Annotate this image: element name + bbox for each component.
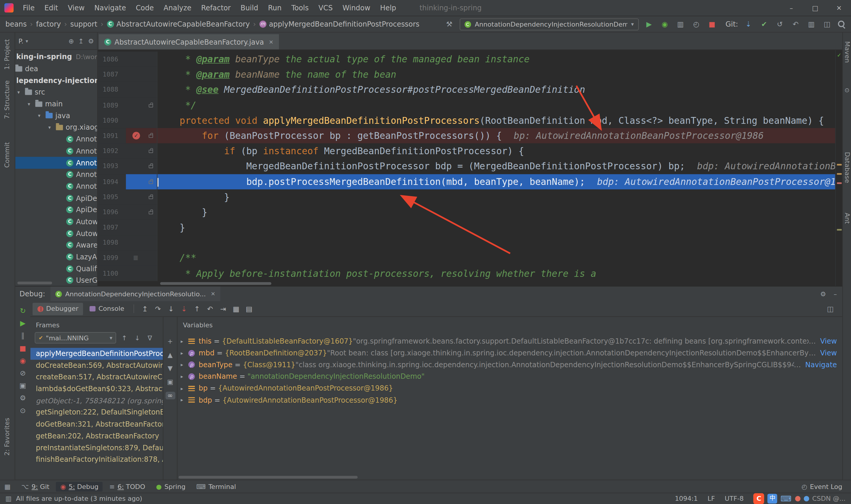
step-out-icon[interactable]: ↑ xyxy=(191,305,204,313)
code-text[interactable]: * Apply before-instantiation post-proces… xyxy=(158,266,835,281)
gutter-icon-area[interactable] xyxy=(126,82,158,97)
previous-frame-icon[interactable]: ↑ xyxy=(122,334,127,342)
expand-icon[interactable]: ▲ xyxy=(165,351,175,359)
stack-frame[interactable]: getSingleton:222, DefaultSingletonBeanRe… xyxy=(31,407,163,418)
menu-refactor[interactable]: Refactor xyxy=(196,0,236,16)
show-execution-point-icon[interactable]: ↥ xyxy=(138,305,151,313)
line-number[interactable]: 1087 xyxy=(98,67,126,82)
editor-scrollbar[interactable] xyxy=(160,282,272,285)
gutter-icon-area[interactable] xyxy=(126,67,158,82)
gutter-icon-area[interactable] xyxy=(126,220,158,235)
view-breakpoints-icon[interactable]: ◉ xyxy=(17,357,29,365)
tree-item[interactable]: CAutowir xyxy=(15,228,97,239)
chevron-down-icon[interactable]: ▾ xyxy=(28,101,35,107)
gutter-icon-area[interactable] xyxy=(126,235,158,251)
chevron-down-icon[interactable]: ▾ xyxy=(48,125,56,130)
tree-item[interactable]: CApiDepe xyxy=(15,192,97,204)
tree-item[interactable]: CAutowir xyxy=(15,216,97,228)
tree-item[interactable]: ▾org.xiaoge.th xyxy=(15,122,97,133)
chevron-right-icon[interactable]: ▸ xyxy=(181,385,188,391)
toolwindow-toggle[interactable]: ▦ xyxy=(4,483,11,490)
stack-frame[interactable]: finishBeanFactoryInitialization:878, Abs… xyxy=(31,454,163,466)
line-number[interactable]: 1100 xyxy=(98,266,126,281)
thread-select[interactable]: ✔ "mai...NNING ▾ xyxy=(35,332,116,344)
variable-view-link[interactable]: View xyxy=(820,337,837,345)
chevron-right-icon[interactable]: ▸ xyxy=(181,362,188,367)
chevron-right-icon[interactable]: ▸ xyxy=(181,350,188,356)
variable-row[interactable]: ▸pbeanName = "annotationDependencyInject… xyxy=(178,371,843,382)
maximize-button[interactable]: □ xyxy=(803,0,827,16)
code-text[interactable]: * @param beanName the name of the bean xyxy=(158,67,835,82)
thread-dump-icon[interactable]: ▣ xyxy=(17,381,29,390)
tree-item[interactable]: CAnnotati xyxy=(15,133,97,145)
variable-row[interactable]: ▸pbeanType = {Class@1911} "class org.xia… xyxy=(178,359,843,371)
drop-frame-icon[interactable]: ↶ xyxy=(204,305,217,313)
gutter-icon-area[interactable] xyxy=(126,159,158,174)
gutter-icon-area[interactable] xyxy=(126,97,158,113)
window-toggle-icon[interactable]: ▦ xyxy=(4,483,11,490)
chevron-down-icon[interactable]: ▾ xyxy=(17,90,25,95)
stack-frame[interactable]: doGetBean:321, AbstractBeanFactory xyxy=(31,418,163,430)
tree-item[interactable]: CAwareInt xyxy=(15,239,97,251)
status-widget-icon[interactable]: ▥ xyxy=(5,495,12,503)
line-number[interactable]: 1092 xyxy=(98,143,126,159)
variable-view-link[interactable]: View xyxy=(820,349,837,357)
error-stripe[interactable]: ✓ xyxy=(835,50,843,286)
breakpoint-icon[interactable] xyxy=(132,132,140,140)
tool-window-button-ant[interactable]: Ant xyxy=(843,213,851,224)
gutter-icon-area[interactable] xyxy=(126,189,158,204)
variable-row[interactable]: ▸pmbd = {RootBeanDefinition@2037} "Root … xyxy=(178,347,843,359)
menu-analyze[interactable]: Analyze xyxy=(159,0,196,16)
gutter-icon-area[interactable] xyxy=(126,143,158,159)
close-tab-icon[interactable]: ✕ xyxy=(269,39,273,44)
coverage-button[interactable]: ▥ xyxy=(675,20,686,29)
line-number[interactable]: 1093 xyxy=(98,159,126,174)
shelve-button[interactable]: ▥ xyxy=(806,20,817,29)
rollback-button[interactable]: ↶ xyxy=(790,20,801,29)
debugger-settings-icon[interactable]: ⚙ xyxy=(17,394,29,402)
toolwindow-button-terminal[interactable]: ⌨Terminal xyxy=(192,482,240,491)
menu-window[interactable]: Window xyxy=(338,0,375,16)
tree-item[interactable]: CAnnotati xyxy=(15,169,97,180)
tool-window-button-maven[interactable]: Maven xyxy=(843,41,851,63)
menu-navigate[interactable]: Navigate xyxy=(90,0,131,16)
tree-item[interactable]: CAnnotati xyxy=(15,157,97,169)
copy-value-icon[interactable]: ▣ xyxy=(165,378,175,386)
collapse-all-icon[interactable]: ↥ xyxy=(78,37,84,45)
compare-button[interactable]: ◫ xyxy=(822,20,833,29)
gutter-icon-area[interactable] xyxy=(126,266,158,281)
variable-row[interactable]: ▸bp = {AutowiredAnnotationBeanPostProces… xyxy=(178,382,843,394)
toolwindow-button-event-log[interactable]: ◴Event Log xyxy=(797,482,847,491)
line-number[interactable]: 1086 xyxy=(98,51,126,67)
line-number[interactable]: 1088 xyxy=(98,82,126,97)
tree-item[interactable]: CQualifier xyxy=(15,263,97,275)
tree-item[interactable]: CApiDepe xyxy=(15,204,97,216)
line-number[interactable]: 1097 xyxy=(98,220,126,235)
collapse-icon[interactable]: ▼ xyxy=(165,364,175,372)
minimize-button[interactable]: – xyxy=(779,0,803,16)
gutter-icon-area[interactable] xyxy=(126,128,158,143)
menu-help[interactable]: Help xyxy=(375,0,401,16)
line-number[interactable]: 1090 xyxy=(98,113,126,128)
mute-breakpoints-icon[interactable]: ⊘ xyxy=(17,369,29,377)
variables-scrollbar[interactable] xyxy=(179,476,358,479)
pin-tab-icon[interactable]: ⊙ xyxy=(17,407,29,415)
menu-build[interactable]: Build xyxy=(236,0,263,16)
next-frame-icon[interactable]: ↓ xyxy=(135,334,140,342)
tree-item[interactable]: ▾src xyxy=(15,86,97,98)
gutter-icon-area[interactable] xyxy=(126,113,158,128)
line-number[interactable]: 1099 xyxy=(98,251,126,266)
menu-edit[interactable]: Edit xyxy=(40,0,63,16)
run-to-cursor-icon[interactable]: ⇥ xyxy=(217,305,230,313)
code-text[interactable]: if (bp instanceof MergedBeanDefinitionPo… xyxy=(158,143,835,159)
code-text[interactable]: } xyxy=(158,189,835,204)
gutter-icon-area[interactable] xyxy=(126,51,158,67)
breadcrumb-item[interactable]: factory xyxy=(36,20,61,29)
code-text[interactable]: protected void applyMergedBeanDefinition… xyxy=(158,113,835,128)
step-over-icon[interactable]: ↷ xyxy=(151,305,165,313)
code-text[interactable]: * @param beanType the actual type of the… xyxy=(158,51,835,67)
toolwindow-button-9-git[interactable]: ⌥9: Git xyxy=(17,482,54,491)
app-logo-icon[interactable] xyxy=(4,3,14,13)
search-everywhere-icon[interactable] xyxy=(837,20,846,29)
stack-frame[interactable]: createBean:517, AbstractAutowireCapableB… xyxy=(31,371,163,383)
